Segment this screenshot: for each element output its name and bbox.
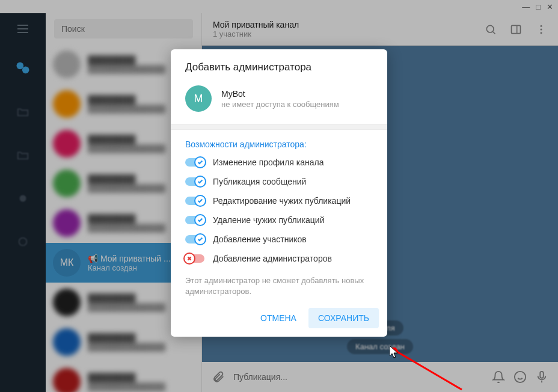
- dialog-title: Добавить администратора: [171, 49, 387, 77]
- permission-label: Добавление администраторов: [213, 254, 332, 263]
- permission-label: Публикация сообщений: [213, 177, 306, 186]
- permission-toggle[interactable]: [185, 197, 204, 205]
- modal-overlay[interactable]: Добавить администратора M MyBot не имеет…: [0, 0, 558, 392]
- permission-label: Удаление чужих публикаций: [213, 215, 324, 225]
- permission-label: Добавление участников: [213, 234, 307, 244]
- mouse-cursor-icon: [390, 346, 400, 363]
- user-name: MyBot: [221, 89, 339, 99]
- permission-row: Редактирование чужих публикаций: [171, 191, 387, 210]
- permission-toggle[interactable]: [185, 216, 204, 224]
- permission-toggle[interactable]: [185, 177, 204, 186]
- separator: [171, 124, 387, 130]
- permission-row: Изменение профиля канала: [171, 153, 387, 172]
- permission-row: Публикация сообщений: [171, 172, 387, 191]
- cancel-button[interactable]: ОТМЕНА: [251, 308, 306, 328]
- permissions-heading: Возможности администратора:: [171, 130, 387, 153]
- user-status: не имеет доступа к сообщениям: [221, 100, 339, 109]
- permission-row: Добавление администраторов: [171, 249, 387, 268]
- dialog-user-row[interactable]: M MyBot не имеет доступа к сообщениям: [171, 77, 387, 124]
- permissions-note: Этот администратор не сможет добавлять н…: [171, 268, 387, 301]
- permission-toggle[interactable]: [185, 158, 204, 167]
- permission-toggle[interactable]: [185, 254, 204, 263]
- permission-toggle[interactable]: [185, 235, 204, 243]
- add-admin-dialog: Добавить администратора M MyBot не имеет…: [171, 49, 387, 337]
- permission-label: Изменение профиля канала: [213, 158, 323, 167]
- permission-label: Редактирование чужих публикаций: [213, 196, 351, 206]
- permission-row: Удаление чужих публикаций: [171, 210, 387, 230]
- save-button[interactable]: СОХРАНИТЬ: [308, 308, 379, 328]
- permission-row: Добавление участников: [171, 230, 387, 249]
- user-avatar: M: [185, 85, 212, 112]
